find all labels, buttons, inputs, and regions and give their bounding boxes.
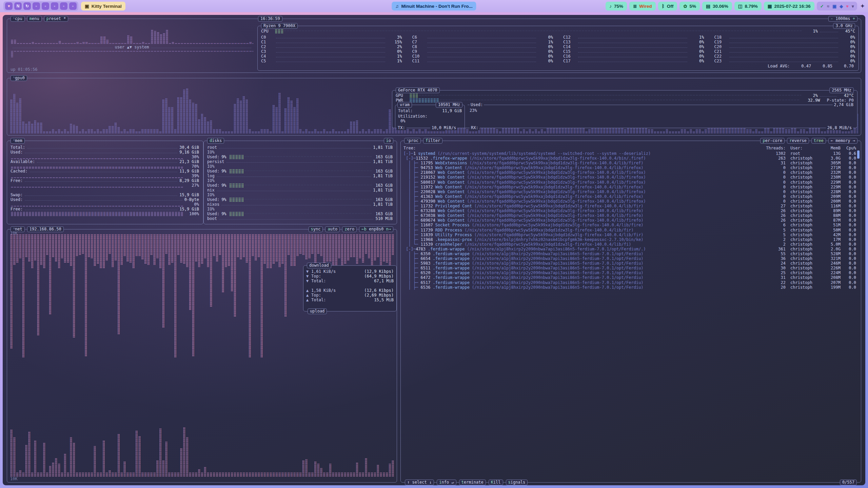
- filter-button[interactable]: filter: [423, 138, 442, 144]
- tree-branch[interactable]: │ ├─: [403, 170, 421, 175]
- panel-button[interactable]: zero: [342, 226, 357, 232]
- process-row[interactable]: │ ├─ 11739 RDD Process (/nix/store/fqadd…: [403, 228, 856, 232]
- bell-icon[interactable]: ✦: [860, 3, 865, 9]
- process-row[interactable]: │ ├─ 11968 .keepassxc-prox (/nix/store/b…: [403, 237, 856, 242]
- disks-panel-title[interactable]: disks: [207, 138, 224, 144]
- tree-branch[interactable]: │ ├─: [403, 261, 421, 266]
- process-row[interactable]: │ ├─ 11732 Privileged Cont (/nix/store/f…: [403, 204, 856, 208]
- terminate-button[interactable]: terminate: [459, 480, 486, 485]
- mem-panel-title[interactable]: ²mem: [11, 138, 25, 144]
- interval-decrease[interactable]: -: [831, 16, 833, 21]
- mem-column-header[interactable]: MemB: [821, 146, 841, 150]
- process-row[interactable]: │ ├─ 11972 Web Content (/nix/store/fqadd…: [403, 185, 856, 189]
- status-module[interactable]: ♪ 75%: [606, 2, 627, 11]
- sort-column-selector[interactable]: ← memory →: [828, 138, 857, 144]
- signals-button[interactable]: signals: [506, 480, 528, 485]
- proc-option-button[interactable]: tree: [811, 138, 826, 144]
- process-row[interactable]: [-]─ 11532 .firefox-wrappe (/nix/store/f…: [403, 156, 856, 161]
- gpu-panel-title[interactable]: ⁵gpu0: [11, 75, 27, 81]
- info-button[interactable]: info ↵: [437, 480, 456, 485]
- workspace-button[interactable]: ♥: [5, 2, 13, 10]
- tree-branch[interactable]: │ ├─: [403, 237, 421, 242]
- menu-button[interactable]: menu: [27, 16, 42, 22]
- process-row[interactable]: │ ├─ 11795 WebExtensions (/nix/store/fqa…: [403, 161, 856, 165]
- cpu-panel-title[interactable]: ¹cpu: [11, 16, 25, 22]
- workspace-button[interactable]: ▫: [42, 2, 49, 10]
- process-row[interactable]: │ └─ 11539 crashhelper (/nix/store/fqadd…: [403, 242, 856, 247]
- process-row[interactable]: │ ├─ 41363 Web Content (/nix/store/fqadd…: [403, 194, 856, 199]
- process-row[interactable]: │ ├─ 6350 .ferdium-wrappe (/nix/store/a1…: [403, 251, 856, 256]
- status-module[interactable]: ᛒ Off: [658, 2, 677, 11]
- tree-branch[interactable]: │ ├─: [403, 228, 421, 232]
- tree-branch[interactable]: │ ├─: [403, 185, 421, 189]
- panel-button[interactable]: auto: [325, 226, 340, 232]
- select-control[interactable]: ↑ select ↓: [405, 480, 434, 485]
- interface-selector[interactable]: ←b enp8s0 n→: [359, 226, 393, 232]
- process-row[interactable]: │ ├─ 6654 .ferdium-wrappe (/nix/store/a1…: [403, 256, 856, 261]
- process-row[interactable]: │ ├─ 218067 Web Content (/nix/store/fqad…: [403, 170, 856, 175]
- process-row[interactable]: │ ├─ 5983 .ferdium-wrappe (/nix/store/a1…: [403, 261, 856, 266]
- panel-button[interactable]: sync: [309, 226, 323, 232]
- workspace-button[interactable]: ▫: [51, 2, 58, 10]
- tree-branch[interactable]: │ ├─: [403, 266, 421, 270]
- tree-branch[interactable]: │ ├─: [403, 175, 421, 180]
- music-module[interactable]: ♫ Minuit Machine - Don't Run Fro...: [392, 2, 476, 11]
- tray-icon[interactable]: ▾: [852, 4, 854, 9]
- process-row[interactable]: │ ├─ 479390 Web Content (/nix/store/fqad…: [403, 199, 856, 204]
- status-module[interactable]: ▤ 30.06%: [702, 2, 732, 11]
- tray-icon[interactable]: ▣: [832, 4, 836, 9]
- tree-branch[interactable]: [-]─: [403, 247, 416, 251]
- tree-branch[interactable]: │ ├─: [403, 251, 421, 256]
- tree-branch[interactable]: [-]─: [403, 151, 413, 156]
- tree-branch[interactable]: │ ├─: [403, 232, 421, 237]
- process-row[interactable]: │ ├─ 11839 Utility Process (/nix/store/f…: [403, 232, 856, 237]
- tree-branch[interactable]: │ ├─: [403, 270, 421, 275]
- process-row[interactable]: │ ├─ 220028 Web Content (/nix/store/fqad…: [403, 189, 856, 194]
- process-row[interactable]: [-]─ 1 systemd (/run/current-system/syst…: [403, 151, 856, 156]
- tree-branch[interactable]: │ ├─: [403, 165, 421, 170]
- workspace-button[interactable]: ↻: [23, 2, 31, 10]
- status-module[interactable]: ▦ 2025-07-22 16:36: [764, 2, 814, 11]
- tree-branch[interactable]: │ └─: [403, 242, 421, 247]
- tree-branch[interactable]: │ ├─: [403, 275, 421, 280]
- process-row[interactable]: │ ├─ 6511 .ferdium-wrappe (/nix/store/a1…: [403, 266, 856, 270]
- tree-branch[interactable]: │ ├─: [403, 218, 421, 223]
- workspace-button[interactable]: ▫: [60, 2, 67, 10]
- tree-branch[interactable]: │ ├─: [403, 189, 421, 194]
- interval-increase[interactable]: +: [853, 16, 855, 21]
- update-interval-control[interactable]: - 1000ms +: [828, 16, 857, 22]
- process-row[interactable]: │ ├─ 673288 Web Content (/nix/store/fqad…: [403, 208, 856, 213]
- tree-branch[interactable]: │ ├─: [403, 204, 421, 208]
- tree-branch[interactable]: │ ├─: [403, 194, 421, 199]
- cpu-column-header[interactable]: Cpu%: [841, 146, 856, 150]
- process-row[interactable]: │ ├─ 219152 Web Content (/nix/store/fqad…: [403, 175, 856, 180]
- proc-panel-title[interactable]: ⁴proc: [404, 138, 421, 144]
- tree-branch[interactable]: │ ├─: [403, 256, 421, 261]
- workspace-button[interactable]: ▫: [33, 2, 40, 10]
- kill-button[interactable]: Kill: [489, 480, 503, 485]
- process-row[interactable]: │ ├─ 6536 .ferdium-wrappe (/nix/store/a1…: [403, 285, 856, 290]
- window-title-module[interactable]: ▣ Kitty Terminal: [81, 2, 125, 11]
- tree-branch[interactable]: │ ├─: [403, 223, 421, 227]
- tree-branch[interactable]: │ ├─: [403, 180, 421, 185]
- next-interface[interactable]: n→: [386, 227, 391, 231]
- tray-icon[interactable]: ✓: [820, 4, 824, 9]
- process-row[interactable]: │ ├─ 6472 .ferdium-wrappe (/nix/store/a1…: [403, 275, 856, 280]
- tree-column-header[interactable]: Tree:: [403, 146, 416, 150]
- threads-column-header[interactable]: Threads:: [764, 146, 786, 150]
- tree-branch[interactable]: [-]─: [403, 156, 416, 161]
- status-module[interactable]: ≣ Wired: [629, 2, 656, 11]
- process-row[interactable]: │ ├─ 673038 Web Content (/nix/store/fqad…: [403, 213, 856, 218]
- tray-icon[interactable]: ◈: [840, 4, 843, 9]
- process-row[interactable]: │ ├─ 580017 Web Content (/nix/store/fqad…: [403, 180, 856, 185]
- tree-branch[interactable]: │ ├─: [403, 161, 421, 165]
- proc-scrollbar[interactable]: [857, 150, 860, 159]
- tree-branch[interactable]: │ ├─: [403, 199, 421, 204]
- process-row[interactable]: [-]─ 4783 .ferdium-wrappe (/nix/store/a1…: [403, 247, 856, 251]
- process-row[interactable]: │ ├─ 6517 .ferdium-wrappe (/nix/store/a1…: [403, 280, 856, 285]
- prev-interface[interactable]: ←b: [361, 227, 366, 231]
- status-module[interactable]: ◫ 8.79%: [734, 2, 762, 11]
- io-mode-button[interactable]: io: [384, 138, 393, 144]
- tree-branch[interactable]: │ ├─: [403, 208, 421, 213]
- tray-icon[interactable]: ≈: [827, 4, 829, 9]
